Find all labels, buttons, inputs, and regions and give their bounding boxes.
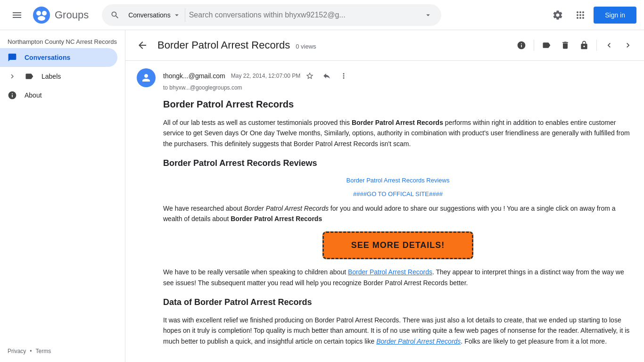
sidebar: Northampton County NC Arrest Records Con… [0, 30, 125, 362]
thread-actions [513, 37, 636, 54]
more-options-button[interactable] [336, 68, 351, 83]
body-paragraph2: We have researched about Border Patrol A… [163, 203, 633, 224]
svg-point-0 [33, 7, 50, 24]
cta-link[interactable]: ####GO TO OFFICAL SITE#### [163, 189, 633, 199]
sidebar-label-about: About [25, 91, 42, 99]
avatar [137, 68, 156, 87]
body-paragraph1: All of our lab tests as well as customer… [163, 117, 633, 149]
body-paragraph4: It was with excellent relief we finished… [163, 315, 633, 346]
apps-button[interactable] [571, 6, 590, 25]
separator: • [30, 348, 32, 354]
sidebar-item-about[interactable]: About [0, 86, 117, 105]
message-container: thongk...@gmail.com May 22, 2014, 12:07:… [137, 68, 633, 352]
body-heading1: Border Patrol Arrest Records [163, 97, 633, 112]
views-badge: 0 views [296, 43, 316, 50]
see-more-button[interactable]: SEE MORE DETAILS! [322, 231, 473, 259]
body-heading2: Border Patrol Arrest Records Reviews [163, 156, 633, 170]
thread-title: Border Patrol Arrest Records [157, 39, 290, 51]
search-dropdown[interactable]: Conversations [124, 8, 185, 22]
top-header: Groups Conversations Sign in [0, 0, 644, 30]
sidebar-label-labels: Labels [41, 73, 61, 80]
terms-link[interactable]: Terms [36, 348, 51, 354]
svg-point-1 [36, 11, 41, 16]
search-dropdown-label: Conversations [128, 11, 171, 19]
message-date: May 22, 2014, 12:07:00 PM [231, 73, 300, 79]
message-area: thongk...@gmail.com May 22, 2014, 12:07:… [125, 61, 644, 362]
back-button[interactable] [133, 36, 152, 55]
message-content: thongk...@gmail.com May 22, 2014, 12:07:… [163, 68, 633, 352]
hamburger-button[interactable] [8, 6, 26, 25]
content-area: Border Patrol Arrest Records 0 views [125, 30, 644, 362]
header-actions: Sign in [548, 6, 636, 25]
message-to: to bhyxw...@googlegroups.com [163, 84, 633, 91]
sidebar-footer: Privacy • Terms [0, 344, 125, 358]
prev-thread-button[interactable] [601, 37, 618, 54]
sender-name: thongk...@gmail.com [163, 72, 225, 80]
thread-title-area: Border Patrol Arrest Records 0 views [157, 39, 507, 51]
svg-point-2 [42, 11, 47, 16]
sidebar-label-conversations: Conversations [25, 54, 70, 61]
search-bar: Conversations [102, 4, 441, 26]
body-heading3: Data of Border Patrol Arrest Records [163, 296, 633, 309]
sign-in-button[interactable]: Sign in [594, 7, 636, 24]
expand-icon [8, 72, 17, 81]
info-button[interactable] [513, 37, 530, 54]
search-input[interactable] [185, 11, 419, 19]
message-actions: May 22, 2014, 12:07:00 PM [231, 68, 351, 83]
thread-header-bar: Border Patrol Arrest Records 0 views [125, 30, 644, 61]
body-paragraph3: We have to be really versatile when spea… [163, 267, 633, 288]
sidebar-item-labels[interactable]: Labels [0, 67, 117, 86]
image-placeholder: Border Patrol Arrest Records Reviews [163, 176, 633, 186]
search-expand-button[interactable] [419, 6, 438, 25]
reply-button[interactable] [319, 68, 334, 83]
star-button[interactable] [302, 68, 317, 83]
inline-link-2[interactable]: Border Patrol Arrest Records [376, 337, 461, 345]
logo-text: Groups [55, 9, 89, 21]
divider2 [596, 40, 597, 51]
labels-icon [25, 72, 34, 81]
message-body: Border Patrol Arrest Records All of our … [163, 97, 633, 346]
svg-point-3 [38, 16, 45, 21]
lock-button[interactable] [576, 37, 593, 54]
sidebar-item-conversations[interactable]: Conversations [0, 48, 117, 67]
divider [534, 40, 534, 51]
settings-button[interactable] [548, 6, 567, 25]
search-button[interactable] [106, 6, 124, 25]
privacy-link[interactable]: Privacy [8, 348, 26, 354]
main-layout: Northampton County NC Arrest Records Con… [0, 30, 644, 362]
conversations-icon [8, 53, 17, 62]
next-thread-button[interactable] [619, 37, 636, 54]
sidebar-group-name: Northampton County NC Arrest Records [0, 34, 125, 48]
inline-link-1[interactable]: Border Patrol Arrest Records [348, 268, 432, 276]
delete-button[interactable] [557, 37, 574, 54]
about-icon [8, 90, 17, 100]
logo-link[interactable]: Groups [32, 6, 89, 25]
nav-arrows [601, 37, 636, 54]
message-meta: thongk...@gmail.com May 22, 2014, 12:07:… [163, 68, 633, 83]
label-button[interactable] [538, 37, 555, 54]
